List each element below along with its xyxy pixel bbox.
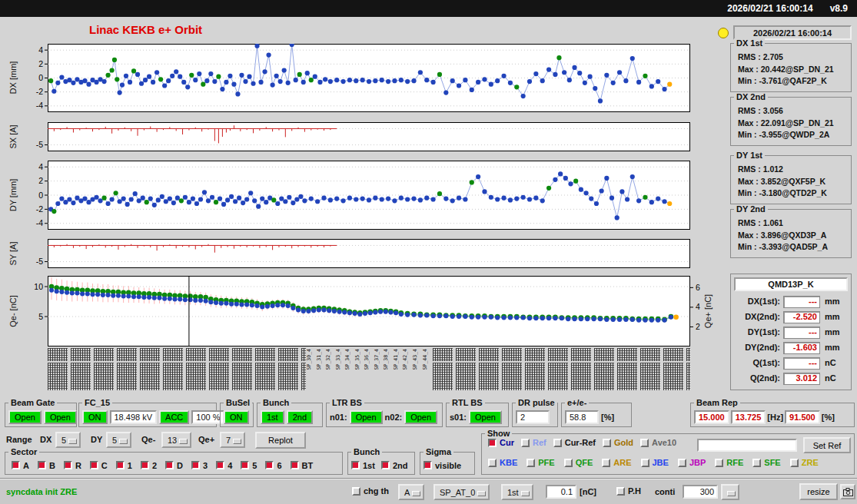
screenshot-button[interactable] xyxy=(840,484,855,499)
count-input[interactable]: 300 xyxy=(683,485,718,499)
sector-checkbox-5[interactable]: 5 xyxy=(241,461,257,470)
show-checkbox-zre[interactable]: ZRE xyxy=(790,458,819,467)
show-checkbox-qfe[interactable]: QFE xyxy=(564,458,593,467)
bunch-checkbox-2nd[interactable]: 2nd xyxy=(381,461,408,470)
sector-select-dropdown[interactable]: A xyxy=(398,484,424,500)
checkbox-indicator xyxy=(616,487,625,496)
checkbox-indicator xyxy=(351,461,360,469)
checkbox-indicator xyxy=(165,461,174,469)
sector-checkbox-a[interactable]: A xyxy=(12,461,29,470)
dr-pulse-input[interactable]: 2 xyxy=(516,410,550,424)
range-qe-minus-dropdown[interactable]: 13 xyxy=(161,432,191,448)
bunch-2nd-button[interactable]: 2nd xyxy=(287,410,313,424)
sx-steering-plot[interactable]: -5 xyxy=(0,122,721,151)
checkbox-indicator xyxy=(678,459,686,467)
resize-button[interactable]: resize xyxy=(799,483,838,500)
q-minus-axis-label: Qe- [nC] xyxy=(8,295,18,327)
show-checkbox-cur-ref[interactable]: Cur-Ref xyxy=(553,438,596,447)
show-checkbox-kbe[interactable]: KBE xyxy=(488,458,517,467)
dy-orbit-plot[interactable]: 420-2-4 xyxy=(0,161,721,230)
bpm-name-label: SP_42_4 xyxy=(402,349,408,370)
busel-on-button[interactable]: ON xyxy=(224,410,249,424)
show-checkbox-pfe[interactable]: PFE xyxy=(526,458,554,467)
ph-checkbox[interactable]: P.H xyxy=(616,486,641,496)
sector-checkbox-bt[interactable]: BT xyxy=(291,461,314,470)
sector-items: ABRC12D3456BT xyxy=(12,461,313,470)
range-qe-plus-dropdown[interactable]: 7 xyxy=(220,432,245,448)
checkbox-indicator xyxy=(241,461,249,469)
beam-rep-group: Beam Rep 15.000 13.725 [Hz] 91.500 [%] xyxy=(690,403,855,427)
ltr-n01-open-button[interactable]: Open xyxy=(350,410,383,424)
sector-checkbox-1[interactable]: 1 xyxy=(116,461,132,470)
bunch-select-dropdown[interactable]: 1st xyxy=(501,484,533,500)
svg-text:10: 10 xyxy=(34,282,43,291)
bunch-checkbox-1st[interactable]: 1st xyxy=(351,461,375,470)
checkbox-indicator xyxy=(116,461,125,469)
sigma-checkbox-visible[interactable]: visible xyxy=(424,461,461,470)
beam-rep-value-2: 13.725 xyxy=(731,410,766,424)
show-checkbox-gold[interactable]: Gold xyxy=(603,438,633,447)
bunch-1st-button[interactable]: 1st xyxy=(261,410,284,424)
fc15-acc-button[interactable]: ACC xyxy=(159,410,189,424)
sector-checkbox-6[interactable]: 6 xyxy=(265,461,281,470)
top-titlebar: 2026/02/21 16:00:14 v8.9 xyxy=(0,0,857,17)
range-qe-minus-label: Qe- xyxy=(141,435,155,444)
show-checkbox-are[interactable]: ARE xyxy=(602,458,631,467)
checkbox-indicator xyxy=(521,439,530,447)
show-checkbox-jbp[interactable]: JBP xyxy=(678,458,706,467)
beam-gate-open-2-button[interactable]: Open xyxy=(44,410,77,424)
page-title: Linac KEKB e+ Orbit xyxy=(89,23,202,36)
svg-text:6: 6 xyxy=(696,283,700,292)
rtl-bs-group: RTL BS s01: Open xyxy=(446,403,509,427)
sector-checkbox-3[interactable]: 3 xyxy=(191,461,208,470)
set-ref-input[interactable] xyxy=(697,439,797,452)
show-checkbox-sfe[interactable]: SFE xyxy=(752,458,780,467)
bpm-name-label: SP_38_4 xyxy=(383,349,389,370)
sector-checkbox-b[interactable]: B xyxy=(38,461,55,470)
set-ref-button[interactable]: Set Ref xyxy=(803,437,851,453)
threshold-unit-label: [nC] xyxy=(580,487,596,496)
beam-rep-value-3: 91.500 xyxy=(785,410,820,424)
sy-steering-plot[interactable]: -5 xyxy=(0,239,721,268)
sector-checkbox-c[interactable]: C xyxy=(90,461,108,470)
sector-checkbox-d[interactable]: D xyxy=(165,461,183,470)
replot-button[interactable]: Replot xyxy=(255,432,306,449)
range-dx-label: DX xyxy=(40,435,51,444)
show-checkbox-ave10[interactable]: Ave10 xyxy=(640,438,676,447)
chg-th-checkbox[interactable]: chg th xyxy=(352,486,389,496)
stat-min: Min : -3.180@QTD2P_K xyxy=(738,187,851,199)
monitor-label: DX(2nd): xyxy=(732,312,780,321)
beam-gate-group: Beam Gate Open Open xyxy=(5,403,77,427)
checkbox-indicator xyxy=(64,461,72,469)
fc15-on-button[interactable]: ON xyxy=(82,410,108,424)
sector-checkbox-r[interactable]: R xyxy=(64,461,81,470)
sector-checkbox-4[interactable]: 4 xyxy=(216,461,232,470)
svg-text:-4: -4 xyxy=(36,218,43,227)
checkbox-indicator xyxy=(526,459,535,467)
bpm-select-dropdown[interactable]: SP_AT_0 xyxy=(433,484,490,500)
svg-text:2: 2 xyxy=(696,322,700,331)
group-title: BuSel xyxy=(224,398,252,407)
charge-plot[interactable]: 105642 xyxy=(0,276,721,346)
show-checkbox-rfe[interactable]: RFE xyxy=(715,458,743,467)
stat-min: Min : -3.955@QWDP_2A xyxy=(738,129,851,141)
beam-gate-open-1-button[interactable]: Open xyxy=(8,410,42,424)
sector-checkbox-2[interactable]: 2 xyxy=(141,461,157,470)
bpm-name-label: SP_30_4 xyxy=(306,349,312,370)
rtl-s01-open-button[interactable]: Open xyxy=(469,410,502,424)
show-checkbox-jbe[interactable]: JBE xyxy=(641,458,669,467)
dx-orbit-plot[interactable]: 420-2-4 xyxy=(0,44,721,112)
show-checkbox-cur[interactable]: Cur xyxy=(488,438,514,447)
ltr-n02-open-button[interactable]: Open xyxy=(404,410,437,424)
dy-axis-label: DY [mm] xyxy=(8,179,18,212)
count-unit-dropdown[interactable] xyxy=(721,484,739,500)
monitor-value: -2.520 xyxy=(783,311,820,323)
range-dx-dropdown[interactable]: 5 xyxy=(55,432,81,448)
show-checkbox-ref[interactable]: Ref xyxy=(521,438,546,447)
range-dy-dropdown[interactable]: 5 xyxy=(106,432,131,448)
stats-frame-title: DX 1st xyxy=(734,38,765,48)
svg-text:-5: -5 xyxy=(36,140,43,149)
threshold-input[interactable]: 0.1 xyxy=(546,485,576,499)
bpm-monitor-panel: QMD13P_K DX(1st): --- mm DX(2nd): -2.520… xyxy=(730,274,852,390)
ratio-unit: [%] xyxy=(601,413,614,422)
